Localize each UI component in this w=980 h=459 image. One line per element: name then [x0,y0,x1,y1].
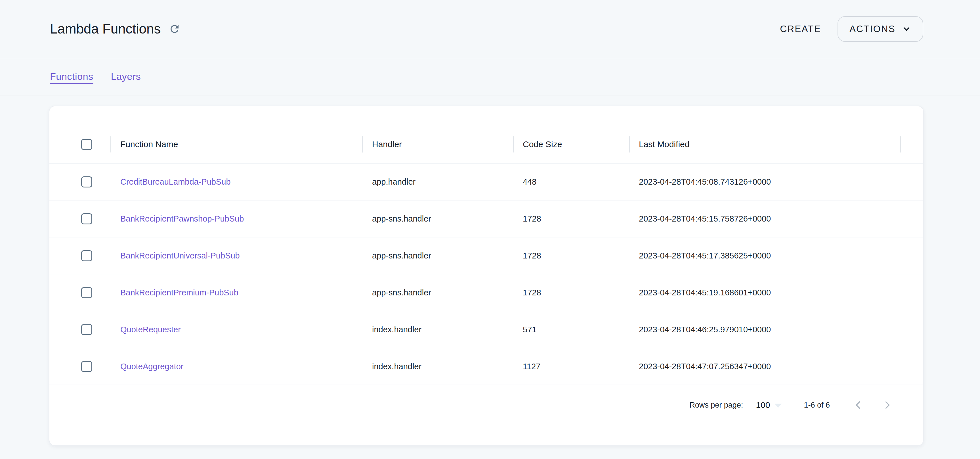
actions-button[interactable]: ACTIONS [837,16,923,42]
table-row: QuoteAggregator index.handler 1127 2023-… [49,348,923,385]
column-header-function-name: Function Name [111,139,363,149]
main-content: Function Name Handler Code Size Last Mod… [0,96,980,446]
header-checkbox-cell [49,139,111,150]
rows-per-page-select[interactable]: 100 [756,400,782,410]
column-header-handler: Handler [363,139,513,149]
cell-code-size: 448 [513,177,629,186]
create-button[interactable]: CREATE [772,18,829,40]
chevron-left-icon [852,399,864,411]
row-checkbox[interactable] [81,361,92,372]
cell-last-modified: 2023-04-28T04:46:25.979010+0000 [629,325,900,334]
table-row: BankRecipientPremium-PubSub app-sns.hand… [49,274,923,311]
chevron-down-icon [902,24,911,34]
cell-last-modified: 2023-04-28T04:45:17.385625+0000 [629,251,900,260]
next-page-button[interactable] [881,399,894,411]
cell-handler: app-sns.handler [363,288,513,297]
function-name-link[interactable]: CreditBureauLambda-PubSub [120,177,231,186]
select-all-checkbox[interactable] [81,139,92,150]
cell-last-modified: 2023-04-28T04:45:15.758726+0000 [629,214,900,223]
select-dropdown-arrow-icon [775,403,782,408]
cell-handler: app-sns.handler [363,251,513,260]
table-header-row: Function Name Handler Code Size Last Mod… [49,126,923,164]
table-row: QuoteRequester index.handler 571 2023-04… [49,311,923,348]
cell-code-size: 1728 [513,214,629,223]
column-divider [513,136,514,153]
tab-functions[interactable]: Functions [50,71,93,82]
cell-last-modified: 2023-04-28T04:45:19.168601+0000 [629,288,900,297]
refresh-button[interactable] [169,23,180,35]
function-name-link[interactable]: BankRecipientPawnshop-PubSub [120,214,244,223]
column-header-code-size: Code Size [513,139,629,149]
row-checkbox[interactable] [81,213,92,225]
rows-per-page-value: 100 [756,400,770,410]
page-header: Lambda Functions CREATE ACTIONS [0,0,980,58]
row-checkbox[interactable] [81,176,92,188]
row-checkbox[interactable] [81,287,92,298]
cell-handler: app.handler [363,177,513,186]
refresh-icon [169,23,180,35]
actions-button-label: ACTIONS [850,24,896,34]
function-name-link[interactable]: BankRecipientPremium-PubSub [120,288,239,297]
function-name-link[interactable]: QuoteAggregator [120,362,183,371]
pagination-range: 1-6 of 6 [804,401,830,410]
column-divider [629,136,630,153]
table-row: BankRecipientUniversal-PubSub app-sns.ha… [49,237,923,274]
cell-code-size: 571 [513,325,629,334]
cell-last-modified: 2023-04-28T04:47:07.256347+0000 [629,362,900,371]
previous-page-button[interactable] [852,399,864,411]
column-header-last-modified: Last Modified [629,139,900,149]
rows-per-page-label: Rows per page: [689,401,743,410]
cell-handler: index.handler [363,362,513,371]
tab-bar: Functions Layers [0,58,980,96]
function-name-link[interactable]: QuoteRequester [120,325,181,334]
table-pagination: Rows per page: 100 1-6 of 6 [49,385,923,425]
cell-code-size: 1728 [513,251,629,260]
cell-handler: index.handler [363,325,513,334]
table-row: BankRecipientPawnshop-PubSub app-sns.han… [49,201,923,237]
cell-handler: app-sns.handler [363,214,513,223]
chevron-right-icon [881,399,894,411]
column-divider [362,136,363,153]
page-title: Lambda Functions [50,21,161,37]
row-checkbox[interactable] [81,324,92,335]
function-name-link[interactable]: BankRecipientUniversal-PubSub [120,251,240,260]
table-row: CreditBureauLambda-PubSub app.handler 44… [49,164,923,201]
tab-layers[interactable]: Layers [111,71,141,82]
functions-table-card: Function Name Handler Code Size Last Mod… [49,106,924,446]
column-divider [110,136,111,153]
cell-last-modified: 2023-04-28T04:45:08.743126+0000 [629,177,900,186]
row-checkbox[interactable] [81,250,92,261]
cell-code-size: 1127 [513,362,629,371]
cell-code-size: 1728 [513,288,629,297]
column-divider [900,136,901,153]
